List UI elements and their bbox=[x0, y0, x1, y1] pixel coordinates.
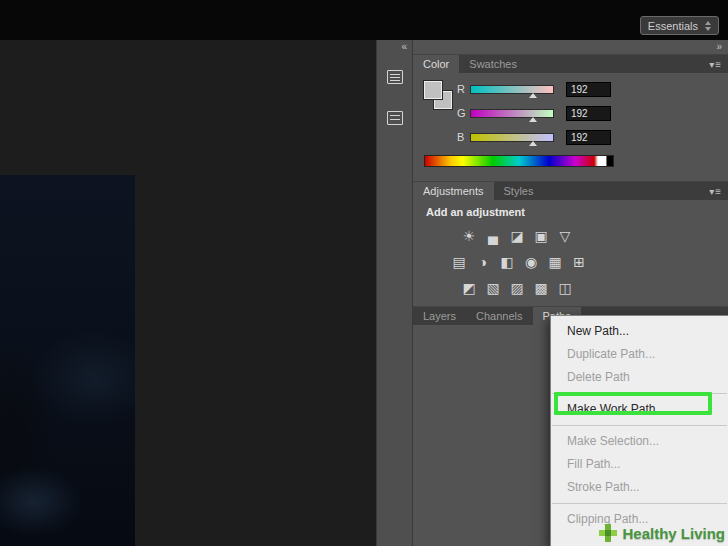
panel-menu-icon[interactable]: ▾≡ bbox=[709, 182, 722, 201]
menu-item-stroke-path: Stroke Path... bbox=[551, 476, 728, 499]
history-icon bbox=[387, 70, 403, 84]
healthy-living-plus-icon bbox=[599, 524, 617, 542]
posterize-icon[interactable]: ▧ bbox=[485, 280, 501, 296]
tab-layers[interactable]: Layers bbox=[413, 307, 466, 325]
properties-icon bbox=[387, 111, 403, 125]
menu-item-delete-path: Delete Path bbox=[551, 366, 728, 389]
levels-icon[interactable]: ▄ bbox=[485, 228, 501, 244]
properties-panel-button[interactable] bbox=[380, 103, 409, 132]
foreground-background-swatches[interactable] bbox=[424, 81, 454, 111]
workspace-switcher-button[interactable]: Essentials bbox=[640, 16, 719, 35]
curves-icon[interactable]: ◪ bbox=[509, 228, 525, 244]
adjustments-panel: Adjustments Styles ▾≡ Add an adjustment … bbox=[413, 181, 728, 306]
vibrance-icon[interactable]: ▽ bbox=[557, 228, 573, 244]
red-slider-thumb[interactable] bbox=[529, 93, 537, 98]
menu-item-make-selection: Make Selection... bbox=[551, 430, 728, 453]
adjustment-icons-row-3: ◩ ▧ ▨ ▩ ◫ bbox=[461, 280, 573, 296]
annotation-highlight-box bbox=[554, 392, 712, 415]
strip-header: « bbox=[377, 40, 412, 54]
menu-item-duplicate-path: Duplicate Path... bbox=[551, 343, 728, 366]
color-spectrum-ramp[interactable] bbox=[424, 155, 614, 167]
red-slider[interactable] bbox=[470, 85, 554, 94]
hue-saturation-icon[interactable]: ▤ bbox=[451, 254, 467, 270]
history-panel-button[interactable] bbox=[380, 62, 409, 91]
color-balance-icon[interactable]: ◑ bbox=[475, 254, 491, 270]
selective-color-icon[interactable]: ◫ bbox=[557, 280, 573, 296]
add-adjustment-heading: Add an adjustment bbox=[426, 206, 525, 218]
color-panel-body: R 192 G 192 B 192 bbox=[413, 73, 728, 181]
watermark-text: Healthy Living bbox=[622, 525, 725, 542]
color-panel: Color Swatches ▾≡ R 192 G 192 bbox=[413, 54, 728, 181]
channel-row-green: G 192 bbox=[457, 105, 721, 121]
adjustments-panel-tabbar: Adjustments Styles ▾≡ bbox=[413, 181, 728, 200]
collapse-dock-icon[interactable]: » bbox=[716, 41, 722, 52]
watermark: Healthy Living bbox=[599, 521, 725, 545]
black-white-icon[interactable]: ◧ bbox=[499, 254, 515, 270]
chevron-updown-icon bbox=[705, 20, 711, 32]
brightness-contrast-icon[interactable]: ☀ bbox=[461, 228, 477, 244]
tab-swatches[interactable]: Swatches bbox=[459, 55, 527, 73]
photo-image bbox=[0, 175, 135, 546]
paths-context-menu: New Path... Duplicate Path... Delete Pat… bbox=[550, 315, 728, 546]
color-lookup-icon[interactable]: ⊞ bbox=[571, 254, 587, 270]
adjustments-panel-body: Add an adjustment ☀ ▄ ◪ ▣ ▽ ▤ ◑ ◧ ◉ ▦ ⊞ bbox=[413, 200, 728, 306]
color-panel-tabbar: Color Swatches ▾≡ bbox=[413, 54, 728, 73]
application-bar: Essentials bbox=[0, 0, 728, 40]
menu-separator bbox=[552, 425, 727, 426]
foreground-color-swatch[interactable] bbox=[424, 81, 442, 99]
menu-item-new-path[interactable]: New Path... bbox=[551, 320, 728, 343]
collapse-panels-left-icon[interactable]: « bbox=[401, 41, 407, 52]
document-canvas[interactable] bbox=[0, 40, 376, 546]
tab-channels[interactable]: Channels bbox=[466, 307, 532, 325]
gradient-map-icon[interactable]: ▩ bbox=[533, 280, 549, 296]
panel-menu-icon[interactable]: ▾≡ bbox=[709, 55, 722, 74]
menu-item-fill-path: Fill Path... bbox=[551, 453, 728, 476]
channel-label-g: G bbox=[457, 107, 470, 119]
menu-separator bbox=[552, 503, 727, 504]
dock-header: » bbox=[413, 40, 728, 54]
channel-label-b: B bbox=[457, 131, 470, 143]
tab-styles[interactable]: Styles bbox=[494, 182, 544, 200]
collapsed-panel-strip: « bbox=[376, 40, 413, 546]
exposure-icon[interactable]: ▣ bbox=[533, 228, 549, 244]
blue-value-field[interactable]: 192 bbox=[566, 130, 611, 145]
tab-color[interactable]: Color bbox=[413, 55, 459, 73]
blue-slider-thumb[interactable] bbox=[529, 141, 537, 146]
photo-filter-icon[interactable]: ◉ bbox=[523, 254, 539, 270]
invert-icon[interactable]: ◩ bbox=[461, 280, 477, 296]
channel-row-red: R 192 bbox=[457, 81, 721, 97]
green-slider[interactable] bbox=[470, 109, 554, 118]
green-slider-thumb[interactable] bbox=[529, 117, 537, 122]
tab-adjustments[interactable]: Adjustments bbox=[413, 182, 494, 200]
blue-slider[interactable] bbox=[470, 133, 554, 142]
green-value-field[interactable]: 192 bbox=[566, 106, 611, 121]
red-value-field[interactable]: 192 bbox=[566, 82, 611, 97]
workspace-switcher-label: Essentials bbox=[648, 20, 698, 32]
threshold-icon[interactable]: ▨ bbox=[509, 280, 525, 296]
adjustment-icons-row-2: ▤ ◑ ◧ ◉ ▦ ⊞ bbox=[451, 254, 587, 270]
channel-label-r: R bbox=[457, 83, 470, 95]
adjustment-icons-row-1: ☀ ▄ ◪ ▣ ▽ bbox=[461, 228, 573, 244]
channel-mixer-icon[interactable]: ▦ bbox=[547, 254, 563, 270]
photoshop-window: Essentials « » Color Swatches ▾≡ bbox=[0, 0, 728, 546]
channel-row-blue: B 192 bbox=[457, 129, 721, 145]
